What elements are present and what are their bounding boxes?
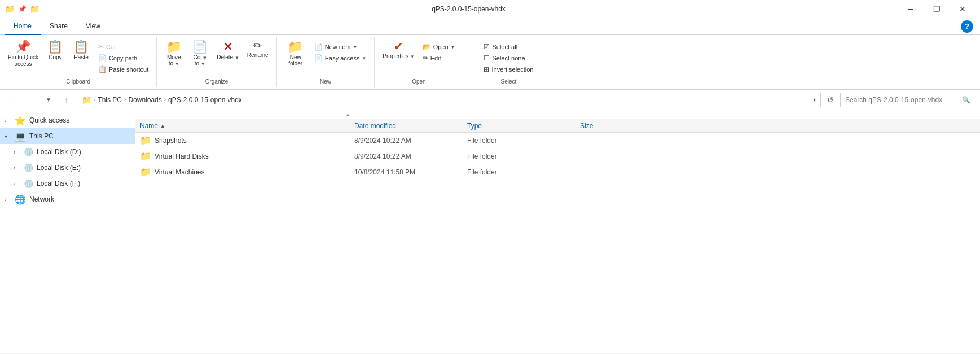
search-input[interactable] — [845, 96, 960, 104]
select-btns: ☑ Select all ☐ Select none ⊞ Invert sele… — [480, 40, 537, 75]
copy-button[interactable]: 📋 Copy — [43, 40, 68, 62]
path-sep-2: › — [124, 97, 126, 103]
cut-button[interactable]: ✂ Cut — [95, 42, 152, 52]
restore-button[interactable]: ❐ — [924, 0, 950, 18]
this-pc-arrow: ▾ — [5, 133, 11, 139]
file-list: ▲ Name ▲ Date modified Type Size 📁 — [135, 110, 980, 353]
pin-quick-access-button[interactable]: 📌 Pin to Quickaccess — [5, 40, 42, 69]
search-box[interactable]: 🔍 — [840, 93, 975, 107]
path-segment-folder[interactable]: qPS-2.0.0-15-open-vhdx — [168, 96, 242, 104]
table-row[interactable]: 📁 Virtual Machines 10/8/2024 11:58 PM Fi… — [135, 164, 980, 180]
delete-icon: ✕ — [223, 41, 233, 53]
copy-to-button[interactable]: 📄 Copyto ▼ — [187, 40, 212, 68]
organize-content: 📁 Moveto ▼ 📄 Copyto ▼ ✕ Delete ▼ ✏ Renam… — [161, 37, 271, 77]
new-folder-button[interactable]: 📁 Newfolder — [282, 40, 310, 68]
local-f-icon: 💿 — [24, 179, 33, 188]
back-button[interactable]: ← — [5, 92, 20, 108]
path-segment-thispc[interactable]: This PC — [98, 96, 122, 104]
tab-share[interactable]: Share — [41, 18, 77, 35]
sort-up-arrow: ▲ — [345, 112, 350, 117]
tab-view[interactable]: View — [77, 18, 109, 35]
folder-path-icon: 📁 — [82, 95, 91, 104]
address-path[interactable]: 📁 › This PC › Downloads › qPS-2.0.0-15-o… — [77, 93, 821, 107]
row-name-3: 📁 Virtual Machines — [135, 167, 350, 177]
select-none-button[interactable]: ☐ Select none — [480, 53, 537, 63]
file-list-header: Name ▲ Date modified Type Size — [135, 119, 980, 133]
select-content: ☑ Select all ☐ Select none ⊞ Invert sele… — [480, 37, 537, 77]
delete-button[interactable]: ✕ Delete ▼ — [213, 40, 243, 62]
properties-dropdown-arrow: ▼ — [410, 54, 415, 59]
properties-button[interactable]: ✔ Properties ▼ — [379, 40, 418, 60]
local-e-label: Local Disk (E:) — [37, 164, 81, 172]
path-segment-downloads[interactable]: Downloads — [128, 96, 161, 104]
local-d-arrow: › — [14, 149, 20, 155]
col-header-type[interactable]: Type — [463, 119, 575, 132]
move-to-button[interactable]: 📁 Moveto ▼ — [161, 40, 186, 68]
ribbon-group-organize: 📁 Moveto ▼ 📄 Copyto ▼ ✕ Delete ▼ ✏ Renam… — [157, 37, 276, 87]
copy-to-icon: 📄 — [192, 41, 208, 53]
row-date-3: 10/8/2024 11:58 PM — [350, 168, 463, 176]
quick-access-icon: ⭐ — [15, 115, 26, 126]
network-label: Network — [29, 195, 54, 203]
path-sep-3: › — [164, 97, 166, 103]
select-all-button[interactable]: ☑ Select all — [480, 42, 537, 52]
col-header-name[interactable]: Name ▲ — [135, 119, 350, 132]
ribbon-group-select: ☑ Select all ☐ Select none ⊞ Invert sele… — [463, 37, 553, 87]
col-header-date[interactable]: Date modified — [350, 119, 463, 132]
window-title: qPS-2.0.0-15-open-vhdx — [39, 5, 898, 13]
paste-button[interactable]: 📋 Paste — [69, 40, 94, 62]
sidebar-item-local-e[interactable]: › 💿 Local Disk (E:) — [0, 160, 135, 176]
ribbon: Home Share View ? 📌 Pin to Quickaccess 📋… — [0, 18, 980, 90]
row-name-2: 📁 Virtual Hard Disks — [135, 151, 350, 161]
properties-icon: ✔ — [394, 41, 403, 52]
recent-locations-button[interactable]: ▼ — [41, 92, 56, 108]
new-content: 📁 Newfolder 📄 New item ▼ 📄 Easy access ▼ — [282, 37, 370, 77]
path-dropdown-arrow[interactable]: ▾ — [813, 97, 816, 103]
sidebar: › ⭐ Quick access ▾ 💻 This PC › 💿 Local D… — [0, 110, 135, 353]
tab-home[interactable]: Home — [5, 18, 41, 35]
quick-access-arrow: › — [5, 117, 11, 124]
sidebar-item-local-d[interactable]: › 💿 Local Disk (D:) — [0, 144, 135, 160]
edit-button[interactable]: ✏ Edit — [419, 53, 459, 63]
network-icon: 🌐 — [15, 194, 26, 205]
new-small-btns: 📄 New item ▼ 📄 Easy access ▼ — [311, 40, 370, 63]
new-item-icon: 📄 — [314, 43, 323, 51]
pin-icon: 📌 — [17, 4, 27, 14]
sidebar-item-local-f[interactable]: › 💿 Local Disk (F:) — [0, 176, 135, 191]
col-header-size[interactable]: Size — [575, 119, 980, 132]
col-size-label: Size — [580, 122, 593, 130]
col-type-label: Type — [467, 122, 482, 130]
window-controls: ─ ❐ ✕ — [898, 0, 975, 18]
row-name-1: 📁 Snapshots — [135, 135, 350, 146]
open-button[interactable]: 📂 Open ▼ — [419, 42, 459, 52]
row-date-1: 8/9/2024 10:22 AM — [350, 137, 463, 145]
col-name-label: Name — [140, 122, 158, 130]
folder-icon-snapshots: 📁 — [140, 135, 151, 146]
filename-vhd: Virtual Hard Disks — [155, 152, 209, 160]
sidebar-item-network[interactable]: › 🌐 Network — [0, 191, 135, 207]
refresh-button[interactable]: ↺ — [823, 93, 838, 107]
paste-shortcut-button[interactable]: 📋 Paste shortcut — [95, 64, 152, 75]
new-item-button[interactable]: 📄 New item ▼ — [311, 42, 370, 52]
forward-button[interactable]: → — [23, 92, 38, 108]
sidebar-item-quick-access[interactable]: › ⭐ Quick access — [0, 112, 135, 128]
sort-arrow-name: ▲ — [160, 123, 165, 129]
copy-path-icon: 📄 — [98, 54, 107, 62]
table-row[interactable]: 📁 Virtual Hard Disks 8/9/2024 10:22 AM F… — [135, 148, 980, 164]
sidebar-item-this-pc[interactable]: ▾ 💻 This PC — [0, 128, 135, 144]
table-row[interactable]: 📁 Snapshots 8/9/2024 10:22 AM File folde… — [135, 133, 980, 148]
up-button[interactable]: ↑ — [59, 92, 74, 108]
app-icon: 📁 — [5, 4, 15, 14]
copy-path-button[interactable]: 📄 Copy path — [95, 53, 152, 63]
invert-selection-button[interactable]: ⊞ Invert selection — [480, 64, 537, 75]
this-pc-label: This PC — [29, 132, 54, 140]
help-button[interactable]: ? — [961, 20, 973, 33]
minimize-button[interactable]: ─ — [898, 0, 924, 18]
select-none-icon: ☐ — [484, 54, 490, 62]
cut-icon: ✂ — [98, 43, 104, 51]
close-button[interactable]: ✕ — [950, 0, 975, 18]
move-icon: 📁 — [166, 41, 182, 53]
local-d-label: Local Disk (D:) — [37, 148, 81, 156]
easy-access-button[interactable]: 📄 Easy access ▼ — [311, 53, 370, 63]
rename-button[interactable]: ✏ Rename — [244, 40, 272, 59]
